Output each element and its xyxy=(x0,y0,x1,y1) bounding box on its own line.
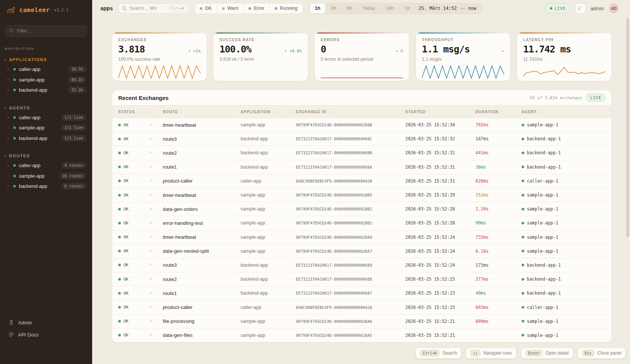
exchange-id-cell: 90799F47E6CD24D-00000000000028B1 xyxy=(296,221,405,225)
sidebar-section-header[interactable]: ▾ APPLICATIONS xyxy=(0,56,92,64)
time-range-button[interactable]: Today xyxy=(357,3,380,14)
exchange-id-cell: EE7322370A10617-0000000000000688 xyxy=(296,277,405,281)
open-detail-arrow-icon[interactable]: ↗ xyxy=(148,151,163,155)
sidebar-item[interactable]: ▸ backend-app 6 routes xyxy=(0,181,92,192)
open-detail-arrow-icon[interactable]: ↗ xyxy=(148,164,163,169)
global-search[interactable]: Ctrl+K xyxy=(118,3,189,14)
sidebar-item[interactable]: ▸ backend-app 1/1 live xyxy=(0,133,92,144)
open-detail-arrow-icon[interactable]: ↗ xyxy=(148,178,163,183)
status-color-dot-icon xyxy=(222,7,225,10)
open-detail-arrow-icon[interactable]: ↗ xyxy=(148,291,163,296)
table-row[interactable]: OK ↗ timer-heartbeat sample-app 90799F47… xyxy=(112,118,611,132)
sidebar-item-badge: 4 routes xyxy=(61,162,86,169)
status-filter-chip[interactable]: OK xyxy=(195,3,217,14)
table-column-header[interactable]: EXCHANGE ID ↕ xyxy=(296,110,405,114)
sidebar-footer-item[interactable]: Admin xyxy=(0,316,92,329)
status-filter-chip[interactable]: Running xyxy=(269,3,303,14)
kpi-card: SUCCESS RATE 100.0% ↑ +0.0% 3.818 ok / 0… xyxy=(213,32,308,81)
open-detail-arrow-icon[interactable]: ↗ xyxy=(148,137,163,141)
duration-cell: 36ms xyxy=(476,164,522,170)
agent-dot-icon xyxy=(522,222,524,224)
status-filter-chip[interactable]: Error xyxy=(243,3,269,14)
table-column-header[interactable]: ROUTE ↕ xyxy=(163,110,241,114)
sidebar-section-header[interactable]: ▾ ROUTES xyxy=(0,152,92,160)
chevron-right-icon: ▸ xyxy=(8,68,10,71)
search-input[interactable] xyxy=(130,6,166,11)
time-display[interactable]: 25. März 14:52 — now xyxy=(415,6,482,11)
table-row[interactable]: OK ↗ error-handling-test sample-app 9079… xyxy=(112,216,611,230)
sidebar-footer-item[interactable]: API Docs xyxy=(0,329,92,341)
table-column-header[interactable]: ↕ xyxy=(148,110,163,114)
open-detail-arrow-icon[interactable]: ↗ xyxy=(148,207,163,212)
table-row[interactable]: OK ↗ file-processing sample-app 90799F47… xyxy=(112,315,611,329)
sidebar-filter-input[interactable] xyxy=(5,25,87,37)
open-detail-arrow-icon[interactable]: ↗ xyxy=(148,263,163,267)
table-row[interactable]: OK ↗ data-gen-nested-split sample-app 90… xyxy=(112,244,611,258)
table-row[interactable]: OK ↗ route1 backend-app EE7322370A10617-… xyxy=(112,160,611,174)
sidebar-item[interactable]: ▸ caller-app 4 routes xyxy=(0,160,92,171)
status-label: OK xyxy=(124,333,128,338)
time-range-button[interactable]: 3h xyxy=(326,3,341,14)
started-cell: 2026-03-25 15:52:23 xyxy=(405,290,476,296)
sidebar-item[interactable]: ▸ backend-app 32.2k xyxy=(0,85,92,95)
table-row[interactable]: OK ↗ product-caller caller-app 69AC90BF8… xyxy=(112,174,611,188)
kpi-label: SUCCESS RATE xyxy=(219,38,302,42)
moon-icon: ☾ xyxy=(578,5,583,11)
scrollbar-thumb[interactable] xyxy=(626,18,629,237)
table-row[interactable]: OK ↗ timer-heartbeat sample-app 90799F47… xyxy=(112,188,611,202)
table-row[interactable]: OK ↗ route2 backend-app EE7322370A10617-… xyxy=(112,272,611,286)
table-row[interactable]: OK ↗ data-gen-files sample-app 90799F47E… xyxy=(112,329,611,342)
status-dot-icon xyxy=(13,78,16,81)
table-live-badge[interactable]: LIVE xyxy=(586,94,605,102)
open-detail-arrow-icon[interactable]: ↗ xyxy=(148,123,163,127)
table-row[interactable]: OK ↗ route2 backend-app EE7322370A10617-… xyxy=(112,146,611,160)
table-column-header[interactable]: AGENT ↕ xyxy=(522,110,611,114)
sidebar-item[interactable]: ▸ caller-app 10.7k xyxy=(0,64,92,75)
open-detail-arrow-icon[interactable]: ↗ xyxy=(148,319,163,324)
agent-label: sample-app-1 xyxy=(527,319,558,324)
time-range-button[interactable]: 24h xyxy=(380,3,399,14)
open-detail-arrow-icon[interactable]: ↗ xyxy=(148,235,163,240)
application-cell: sample-app xyxy=(241,333,296,338)
table-row[interactable]: OK ↗ product-caller caller-app 69AC90BF8… xyxy=(112,300,611,314)
table-column-header[interactable]: STATUS ↕ xyxy=(118,110,148,114)
table-row[interactable]: OK ↗ timer-heartbeat sample-app 90799F47… xyxy=(112,230,611,244)
table-row[interactable]: OK ↗ route1 backend-app EE7322370A10617-… xyxy=(112,286,611,300)
table-row[interactable]: OK ↗ route3 backend-app EE7322370A10617-… xyxy=(112,132,611,146)
table-row[interactable]: OK ↗ route3 backend-app EE7322370A10617-… xyxy=(112,258,611,272)
time-range-button[interactable]: 1h xyxy=(310,3,326,14)
sidebar-item[interactable]: ▸ sample-app 16 routes xyxy=(0,171,92,181)
open-detail-arrow-icon[interactable]: ↗ xyxy=(148,305,163,310)
duration-cell: 147ms xyxy=(476,136,522,141)
open-detail-arrow-icon[interactable]: ↗ xyxy=(148,193,163,198)
sidebar-section: ▾ ROUTES ▸ caller-app 4 routes ▸ sample-… xyxy=(0,148,92,196)
table-column-header[interactable]: APPLICATION ↕ xyxy=(241,110,296,114)
sidebar-section-header[interactable]: ▾ AGENTS xyxy=(0,104,92,112)
sidebar: cameleer v3.2.1 NAVIGATION ▾ APPLICATION… xyxy=(0,0,92,364)
time-range-button[interactable]: 6h xyxy=(341,3,357,14)
application-cell: caller-app xyxy=(241,178,296,184)
status-filter-chip[interactable]: Warn xyxy=(217,3,243,14)
exchange-id-cell: EE7322370A10617-000000000000068C xyxy=(296,137,405,141)
time-range-button[interactable]: 7d xyxy=(399,3,415,14)
started-cell: 2026-03-25 15:52:29 xyxy=(405,192,476,198)
agent-dot-icon xyxy=(522,334,524,336)
live-label: LIVE xyxy=(554,6,565,11)
open-detail-arrow-icon[interactable]: ↗ xyxy=(148,221,163,226)
open-detail-arrow-icon[interactable]: ↗ xyxy=(148,333,163,338)
theme-toggle-button[interactable]: ☾ xyxy=(575,3,586,14)
live-toggle[interactable]: LIVE xyxy=(545,3,570,13)
table-column-header[interactable]: DURATION ↕ xyxy=(476,110,522,114)
open-detail-arrow-icon[interactable]: ↗ xyxy=(148,277,163,282)
open-detail-arrow-icon[interactable]: ↗ xyxy=(148,249,163,253)
sidebar-item[interactable]: ▸ sample-app 1/1 live xyxy=(0,123,92,133)
status-cell: OK xyxy=(118,151,148,155)
kpi-subtitle: 100.0% success rate xyxy=(118,57,201,62)
sidebar-item[interactable]: ▸ caller-app 1/1 live xyxy=(0,112,92,123)
table-column-header[interactable]: STARTED ↕ xyxy=(405,110,476,114)
chevron-right-icon: ▸ xyxy=(8,174,10,177)
avatar[interactable]: AD xyxy=(609,3,619,13)
table-meta: 50 of 3.834 exchanges LIVE xyxy=(530,94,605,102)
sidebar-item[interactable]: ▸ sample-app 84.1k xyxy=(0,75,92,85)
table-row[interactable]: OK ↗ data-gen-orders sample-app 90799F47… xyxy=(112,202,611,216)
